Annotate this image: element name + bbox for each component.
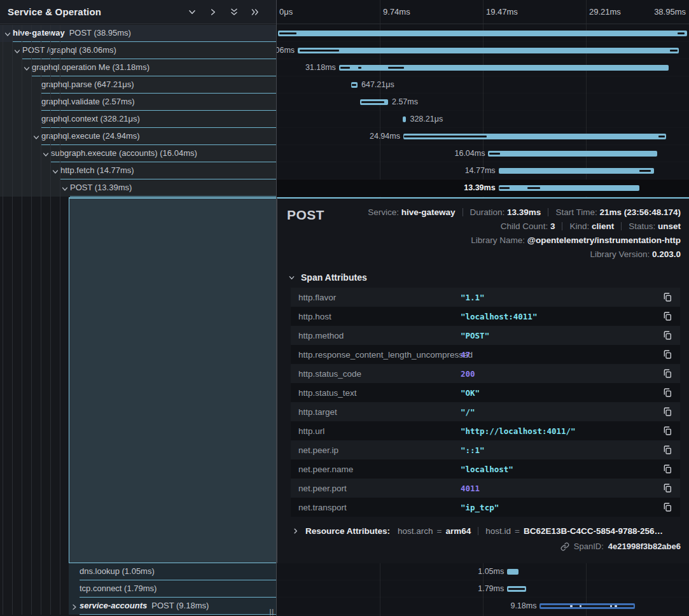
- chevron-down-icon[interactable]: [42, 150, 50, 157]
- span-tree-row[interactable]: graphql.execute (24.94ms): [0, 128, 276, 145]
- chevron-down-icon[interactable]: [32, 132, 40, 140]
- indent-guide: [60, 25, 60, 615]
- tick-label: 29.21ms: [589, 0, 621, 24]
- span-bar-row[interactable]: 36.06ms: [277, 42, 689, 59]
- link-icon[interactable]: [560, 542, 569, 551]
- attribute-key: http.status_text: [298, 388, 461, 398]
- attribute-row[interactable]: net.peer.port4011: [291, 479, 680, 498]
- span-bar[interactable]: [278, 31, 687, 36]
- copy-icon[interactable]: [662, 311, 672, 321]
- attribute-row[interactable]: http.method"POST": [291, 326, 680, 345]
- span-bar-row[interactable]: 31.18ms: [277, 59, 689, 76]
- span-bar[interactable]: [298, 48, 679, 53]
- double-chevron-right-icon[interactable]: [251, 8, 260, 17]
- span-duration-label: 9.18ms: [510, 598, 539, 615]
- span-tree-row[interactable]: graphql.parse (647.21μs): [0, 76, 276, 94]
- span-bar[interactable]: [499, 168, 654, 174]
- chevron-down-icon[interactable]: [61, 184, 69, 192]
- attribute-row[interactable]: http.host"localhost:4011": [291, 307, 680, 326]
- pane-resize-handle[interactable]: ||: [269, 608, 274, 615]
- span-bar[interactable]: [488, 151, 657, 157]
- resource-attributes-row[interactable]: Resource Attributes: host.arch=arm64host…: [292, 526, 681, 536]
- copy-icon[interactable]: [662, 483, 672, 493]
- span-bar[interactable]: [499, 185, 640, 191]
- attribute-row[interactable]: http.response_content_length_uncompresse…: [291, 345, 680, 364]
- meta-label: Library Version:: [590, 249, 652, 259]
- chevron-right-icon[interactable]: [209, 8, 218, 17]
- child-span-mark: [580, 605, 581, 607]
- row-background: [0, 162, 276, 179]
- copy-icon[interactable]: [662, 368, 672, 379]
- span-detail-title: POST: [287, 206, 324, 223]
- copy-icon[interactable]: [662, 445, 672, 455]
- chevron-down-icon[interactable]: [23, 64, 31, 71]
- resource-value: arm64: [445, 526, 471, 536]
- copy-icon[interactable]: [662, 502, 672, 512]
- span-tree-row[interactable]: service-accountsPOST (9.18ms): [0, 598, 276, 615]
- attribute-key: net.peer.port: [298, 484, 461, 493]
- attribute-row[interactable]: net.peer.ip"::1": [291, 440, 680, 459]
- child-span-mark: [527, 187, 540, 189]
- copy-icon[interactable]: [662, 349, 672, 360]
- span-bar-row[interactable]: 647.21μs: [277, 76, 689, 94]
- span-duration-label: 647.21μs: [358, 76, 394, 94]
- span-bar-row[interactable]: 24.94ms: [277, 128, 689, 145]
- indent-guide: [22, 25, 22, 615]
- span-tree-row[interactable]: subgraph.execute (accounts) (16.04ms): [0, 145, 276, 162]
- attribute-row[interactable]: http.target"/": [291, 402, 680, 421]
- span-tree-row[interactable]: POST /graphql (36.06ms): [0, 42, 276, 59]
- copy-icon[interactable]: [662, 407, 672, 417]
- span-bar[interactable]: [403, 116, 407, 122]
- chevron-down-icon[interactable]: [13, 46, 21, 54]
- copy-icon[interactable]: [662, 388, 672, 398]
- span-label: graphql.parse (647.21μs): [41, 76, 134, 93]
- chevron-right-icon[interactable]: [71, 602, 78, 610]
- copy-icon[interactable]: [662, 464, 672, 474]
- attribute-row[interactable]: net.peer.name"localhost": [291, 459, 680, 479]
- span-bar-row[interactable]: 14.77ms: [277, 162, 689, 179]
- attribute-row[interactable]: net.transport"ip_tcp": [291, 498, 680, 517]
- attribute-row[interactable]: http.status_text"OK": [291, 383, 680, 402]
- chevron-down-icon[interactable]: [52, 167, 59, 174]
- span-tree-row[interactable]: graphql.validate (2.57ms): [0, 94, 276, 111]
- meta-value: unset: [658, 221, 681, 231]
- meta-value: 21ms (23:56:48.174): [599, 207, 681, 217]
- span-bar-row[interactable]: 38.95ms: [277, 25, 689, 42]
- copy-icon[interactable]: [662, 330, 672, 340]
- span-bar-row[interactable]: 1.79ms: [277, 580, 689, 598]
- span-tree-row[interactable]: tcp.connect (1.79ms): [0, 580, 276, 598]
- resource-attributes-items: host.arch=arm64host.id=BC62E13B-C4CC-585…: [398, 526, 663, 536]
- span-label: http.fetch (14.77ms): [60, 162, 134, 179]
- span-label: tcp.connect (1.79ms): [80, 580, 157, 597]
- span-bar-row[interactable]: 2.57ms: [277, 94, 689, 111]
- attribute-row[interactable]: http.status_code200: [291, 364, 680, 383]
- span-bar-row[interactable]: 1.05ms: [277, 563, 689, 580]
- span-bar-row[interactable]: 16.04ms: [277, 145, 689, 162]
- span-bar-row[interactable]: 328.21μs: [277, 111, 689, 128]
- meta-divider: [621, 222, 622, 230]
- span-bar-row[interactable]: 9.18ms: [277, 598, 689, 615]
- copy-icon[interactable]: [662, 426, 672, 436]
- chevron-down-icon[interactable]: [188, 8, 197, 17]
- span-tree-row[interactable]: POST (13.39ms): [0, 179, 276, 197]
- span-bar-row[interactable]: 13.39ms: [277, 179, 689, 197]
- service-name: service-accounts: [80, 601, 147, 610]
- attribute-row[interactable]: http.flavor"1.1": [291, 288, 680, 307]
- span-tree-row[interactable]: graphql.context (328.21μs): [0, 111, 276, 128]
- span-bar[interactable]: [507, 569, 518, 575]
- indent-guide: [3, 25, 3, 615]
- chevron-down-icon[interactable]: [4, 29, 11, 37]
- span-tree-row[interactable]: http.fetch (14.77ms): [0, 162, 276, 179]
- indent-guide: [50, 25, 51, 615]
- copy-icon[interactable]: [662, 292, 672, 302]
- span-tree-row[interactable]: dns.lookup (1.05ms): [0, 563, 276, 580]
- double-chevron-down-icon[interactable]: [230, 8, 239, 17]
- child-span-mark: [340, 67, 350, 69]
- tick-label: 0μs: [279, 0, 293, 24]
- span-tree-row[interactable]: graphql.operation Me (31.18ms): [0, 59, 276, 76]
- span-label: POST (13.39ms): [70, 179, 132, 196]
- span-label: graphql.context (328.21μs): [41, 111, 140, 127]
- span-tree-row[interactable]: hive-gatewayPOST (38.95ms): [0, 25, 276, 42]
- attribute-row[interactable]: http.url"http://localhost:4011/": [291, 421, 680, 440]
- span-attributes-section-header[interactable]: Span Attributes: [288, 272, 681, 283]
